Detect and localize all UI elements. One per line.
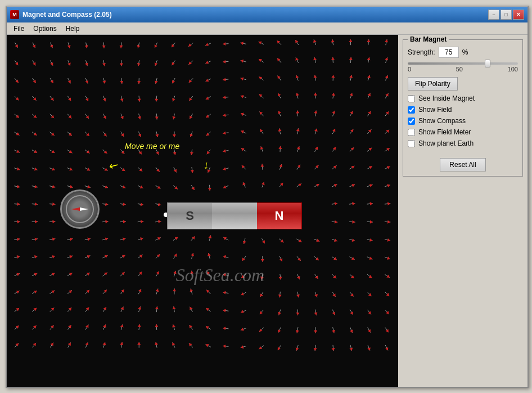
svg-marker-195 [172,116,175,120]
svg-marker-513 [191,253,194,256]
svg-marker-101 [120,81,123,84]
bar-magnet[interactable]: S N [167,202,302,229]
svg-marker-435 [123,220,126,223]
svg-marker-567 [279,277,282,279]
svg-marker-385 [298,183,301,186]
svg-marker-139 [68,98,71,101]
svg-marker-69 [223,60,226,64]
menu-options[interactable]: Options [29,24,61,34]
show-field-meter-label[interactable]: Show Field Meter [418,128,471,136]
svg-marker-37 [331,39,335,42]
see-inside-label[interactable]: See Inside Magnet [418,94,475,102]
panel-group-title: Bar Magnet [408,35,449,43]
svg-marker-705 [332,330,335,333]
magnet-body [212,202,257,229]
svg-marker-79 [313,57,317,61]
slider-thumb[interactable] [485,60,490,67]
svg-marker-43 [385,39,388,43]
svg-marker-375 [208,188,211,191]
svg-marker-239 [173,134,176,137]
title-bar-left: M Magnet and Compass (2.05) [10,10,112,19]
svg-marker-271 [69,150,73,153]
svg-marker-259 [350,129,353,133]
svg-marker-169 [332,93,335,96]
svg-marker-99 [102,80,106,84]
show-field-checkbox[interactable] [408,106,415,114]
move-me-text: Move me or me [125,142,179,151]
show-compass-label[interactable]: Show Compass [418,117,466,125]
svg-marker-627 [34,308,37,311]
svg-marker-149 [155,99,158,102]
svg-marker-217 [368,111,371,115]
svg-marker-741 [259,346,263,350]
svg-marker-747 [314,348,317,351]
svg-marker-453 [52,238,56,241]
svg-marker-515 [208,253,211,256]
svg-marker-209 [296,111,299,114]
svg-marker-737 [223,345,226,348]
svg-marker-71 [241,60,244,63]
show-field-label[interactable]: Show Field [418,106,452,114]
svg-marker-441 [335,220,337,224]
compass[interactable] [60,189,100,229]
svg-marker-749 [332,348,335,351]
svg-marker-633 [86,308,89,311]
svg-marker-245 [223,132,226,135]
reset-all-button[interactable]: Reset All [440,158,485,171]
show-field-meter-checkbox[interactable] [408,129,415,136]
svg-marker-289 [223,150,226,153]
svg-marker-427 [52,220,55,223]
svg-marker-329 [191,170,194,173]
svg-marker-397 [17,202,20,206]
menu-file[interactable]: File [9,24,29,34]
compass-outer [60,189,100,229]
slider-track[interactable] [408,62,518,65]
svg-marker-717 [51,343,53,346]
flip-polarity-button[interactable]: Flip Polarity [408,77,458,91]
main-window: M Magnet and Compass (2.05) – □ ✕ File O… [6,6,529,388]
show-planet-earth-label[interactable]: Show planet Earth [418,139,474,147]
close-button[interactable]: ✕ [513,10,524,20]
svg-marker-301 [333,147,336,151]
show-compass-checkbox[interactable] [408,118,415,125]
maximize-button[interactable]: □ [501,10,512,20]
svg-marker-467 [175,237,178,240]
svg-marker-437 [141,220,143,223]
simulation-area[interactable]: // Draw magnetic field arrows (function(… [7,35,398,387]
svg-marker-565 [260,277,264,280]
svg-marker-123 [314,75,317,78]
svg-marker-153 [189,97,192,101]
see-inside-checkbox[interactable] [408,95,415,102]
svg-marker-571 [315,275,318,279]
svg-marker-689 [190,325,192,328]
svg-marker-279 [139,151,142,155]
svg-marker-557 [190,271,193,274]
svg-marker-63 [172,62,175,65]
svg-marker-39 [349,39,353,42]
svg-marker-445 [370,220,373,224]
minimize-button[interactable]: – [488,10,499,20]
svg-marker-701 [296,330,299,333]
svg-marker-417 [352,202,355,205]
show-planet-earth-checkbox[interactable] [408,140,415,147]
svg-marker-529 [333,257,337,260]
app-icon: M [10,10,19,19]
svg-marker-57 [120,64,123,66]
svg-marker-223 [34,132,37,135]
menu-bar: File Options Help [7,22,528,35]
svg-marker-415 [335,202,337,205]
svg-marker-59 [137,63,141,66]
svg-marker-545 [87,273,90,275]
svg-marker-41 [367,39,370,42]
svg-marker-605 [223,291,226,295]
svg-marker-191 [138,116,141,120]
svg-marker-657 [296,313,300,315]
svg-marker-355 [34,185,38,188]
svg-marker-493 [17,255,20,259]
menu-help[interactable]: Help [61,24,84,34]
svg-marker-455 [70,238,73,241]
strength-value[interactable]: 75 [439,47,459,58]
compass-needle [71,207,88,211]
svg-marker-729 [155,342,158,345]
svg-marker-425 [35,220,38,223]
